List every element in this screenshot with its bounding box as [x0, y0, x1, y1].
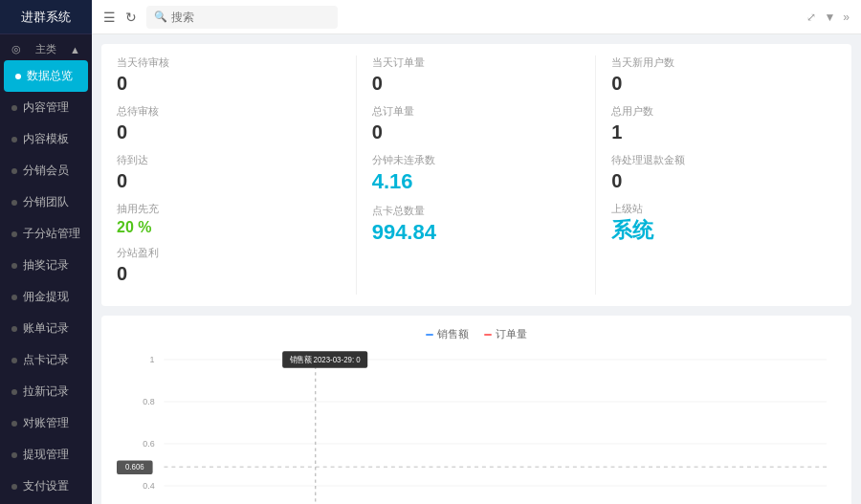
sidebar-item-content[interactable]: 内容管理 [0, 92, 92, 123]
search-box[interactable]: 🔍 [146, 6, 338, 29]
stat-label: 当天待审核 [117, 55, 341, 70]
sidebar-item-label: 佣金提现 [23, 289, 69, 305]
stat-value: 0 [611, 169, 821, 192]
sidebar-dot [15, 74, 21, 79]
more-icon[interactable]: » [843, 11, 850, 24]
stat-value: 1 [611, 121, 821, 143]
stat-label: 总订单量 [372, 104, 581, 119]
stat-value: 0 [117, 121, 341, 143]
sidebar-collapse-icon[interactable]: ▲ [70, 44, 80, 55]
sidebar-item-bill[interactable]: 账单记录 [0, 313, 92, 344]
sidebar-item-label: 子分站管理 [23, 226, 80, 242]
sidebar-dot [11, 200, 17, 206]
sidebar-dot [11, 358, 17, 363]
expand-icon[interactable]: ⤢ [806, 11, 816, 24]
sidebar-section-label: 主类 [35, 42, 56, 56]
refresh-icon[interactable]: ↻ [125, 10, 137, 25]
stat-label: 抽用先充 [117, 202, 341, 216]
stat-orders-today: 当天订单量 0 [372, 55, 581, 95]
sidebar-item-commission[interactable]: 佣金提现 [0, 281, 92, 313]
stat-prepay: 抽用先充 20 % [117, 202, 341, 236]
chart-svg: 1 0.8 0.6 0.4 0.2 0 2023-03-28 2023-03-2… [117, 349, 836, 504]
svg-text:0.4: 0.4 [143, 480, 154, 492]
stat-pointcard-total: 点卡总数量 994.84 [372, 204, 581, 245]
sidebar-item-dashboard[interactable]: 数据总览 [4, 60, 88, 92]
sidebar-item-label: 分销会员 [23, 163, 69, 179]
stat-label: 总待审核 [117, 104, 341, 119]
svg-text:0.606: 0.606 [125, 462, 144, 472]
stat-label: 待到达 [117, 153, 341, 167]
stat-label: 分钟未连承数 [372, 153, 581, 167]
sidebar-item-payment[interactable]: 支付设置 [0, 471, 92, 502]
chart-container: 1 0.8 0.6 0.4 0.2 0 2023-03-28 2023-03-2… [117, 349, 836, 504]
chart-legend: 销售额 订单量 [117, 327, 836, 341]
svg-text:1: 1 [150, 354, 155, 365]
sidebar-dot [11, 484, 17, 490]
sidebar-dot [11, 295, 17, 300]
stat-new-users-today: 当天新用户数 0 [611, 55, 821, 95]
sidebar-item-label: 支付设置 [23, 478, 69, 494]
sidebar-dot [11, 168, 17, 174]
stat-total-pending: 总待审核 0 [117, 104, 341, 143]
stat-value: 0 [611, 72, 821, 95]
sidebar-dot [11, 326, 17, 332]
stat-value: 系统 [611, 218, 821, 243]
legend-orders: 订单量 [484, 327, 527, 341]
stat-label: 当天订单量 [372, 55, 581, 70]
topbar-right: ⤢ ▼ » [806, 11, 850, 24]
legend-dot-blue [426, 334, 433, 336]
sidebar-dot [11, 105, 17, 111]
sidebar-item-template[interactable]: 内容模板 [0, 123, 92, 155]
stat-value: 20 % [117, 218, 341, 236]
stat-station-profit: 分站盈利 0 [117, 246, 341, 285]
content-area: 当天待审核 0 总待审核 0 待到达 0 抽用先充 20 % [92, 34, 861, 504]
stat-label: 待处理退款金额 [611, 153, 821, 167]
sidebar-item-label: 数据总览 [27, 68, 73, 84]
legend-label-sales: 销售额 [437, 327, 469, 341]
stat-group-2: 当天订单量 0 总订单量 0 分钟未连承数 4.16 点卡总数量 994.84 [357, 55, 597, 295]
svg-text:销售额 2023-03-29: 0: 销售额 2023-03-29: 0 [289, 355, 361, 365]
stat-label: 分站盈利 [117, 246, 341, 260]
stat-value: 0 [372, 121, 581, 143]
stat-total-users: 总用户数 1 [611, 104, 821, 143]
stat-pending-review-today: 当天待审核 0 [117, 55, 341, 95]
search-input[interactable] [171, 11, 330, 24]
stat-total-orders: 总订单量 0 [372, 104, 581, 143]
stat-minutes-unconnected: 分钟未连承数 4.16 [372, 153, 581, 194]
sidebar-item-member[interactable]: 分销会员 [0, 155, 92, 186]
stat-value: 0 [372, 72, 581, 95]
sidebar-item-pointcard[interactable]: 点卡记录 [0, 344, 92, 376]
sidebar-item-label: 提现管理 [23, 447, 69, 463]
legend-dot-red [484, 334, 492, 336]
sidebar-item-substation[interactable]: 子分站管理 [0, 218, 92, 250]
search-icon: 🔍 [154, 11, 167, 23]
sidebar-item-label: 对账管理 [23, 415, 69, 431]
stat-parent-station: 上级站 系统 [611, 202, 821, 243]
stat-label: 点卡总数量 [372, 204, 581, 218]
stat-value: 4.16 [372, 169, 581, 194]
sidebar: 进群系统 ◎ 主类 ▲ 数据总览 内容管理 内容模板 分销会员 分销团队 子分站… [0, 0, 92, 504]
sidebar-item-lottery[interactable]: 抽奖记录 [0, 250, 92, 281]
sidebar-dot [11, 452, 17, 458]
legend-label-orders: 订单量 [496, 327, 527, 341]
sidebar-dot [11, 263, 17, 269]
sidebar-item-label: 点卡记录 [23, 352, 69, 368]
sidebar-item-team[interactable]: 分销团队 [0, 186, 92, 218]
sidebar-item-invite[interactable]: 拉新记录 [0, 376, 92, 407]
stat-label: 上级站 [611, 202, 821, 216]
app-title-text: 进群系统 [21, 9, 71, 26]
chevron-down-icon[interactable]: ▼ [824, 11, 835, 24]
stat-value: 994.84 [372, 220, 581, 245]
stat-group-1: 当天待审核 0 总待审核 0 待到达 0 抽用先充 20 % [117, 55, 357, 295]
legend-sales: 销售额 [426, 327, 469, 341]
sidebar-item-label: 账单记录 [23, 320, 69, 337]
menu-icon[interactable]: ☰ [103, 10, 116, 25]
sidebar-item-label: 内容管理 [23, 99, 69, 116]
svg-text:0.6: 0.6 [143, 438, 154, 449]
sidebar-item-reconcile[interactable]: 对账管理 [0, 407, 92, 439]
sidebar-dot [11, 231, 17, 237]
stats-grid: 当天待审核 0 总待审核 0 待到达 0 抽用先充 20 % [117, 55, 836, 295]
sidebar-item-withdraw[interactable]: 提现管理 [0, 439, 92, 471]
sidebar-item-label: 内容模板 [23, 131, 69, 147]
sidebar-item-label: 拉新记录 [23, 383, 69, 400]
